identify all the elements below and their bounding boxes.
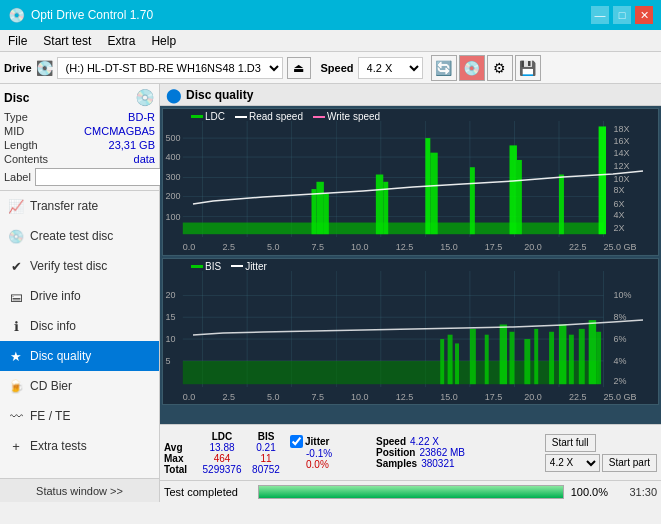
svg-text:14X: 14X <box>613 148 629 158</box>
nav-disc-quality[interactable]: ★ Disc quality <box>0 341 159 371</box>
app-title: Opti Drive Control 1.70 <box>31 8 153 22</box>
extra-tests-icon: + <box>8 438 24 454</box>
jitter-checkbox[interactable] <box>290 435 303 448</box>
disc-length-row: Length 23,31 GB <box>4 139 155 151</box>
nav-create-test-disc-label: Create test disc <box>30 229 113 243</box>
speed-select[interactable]: 4.2 X <box>358 57 423 79</box>
drive-info-icon: 🖴 <box>8 288 24 304</box>
jitter-legend: Jitter <box>231 261 267 272</box>
svg-rect-26 <box>517 160 522 234</box>
svg-text:20.0: 20.0 <box>524 392 542 402</box>
nav-transfer-rate[interactable]: 📈 Transfer rate <box>0 191 159 221</box>
cd-bier-icon: 🍺 <box>8 378 24 394</box>
bis-header: BIS <box>248 431 284 442</box>
drive-icon: 💽 <box>36 60 53 76</box>
stats-header-row: LDC BIS <box>164 431 284 442</box>
nav-fe-te-label: FE / TE <box>30 409 70 423</box>
menu-file[interactable]: File <box>0 32 35 50</box>
drive-select[interactable]: (H:) HL-DT-ST BD-RE WH16NS48 1.D3 <box>57 57 283 79</box>
svg-rect-79 <box>549 331 554 383</box>
disc-quality-header-icon: ⬤ <box>166 87 182 103</box>
ldc-header: LDC <box>198 431 246 442</box>
label-input[interactable] <box>35 168 179 186</box>
disc-quality-header: ⬤ Disc quality <box>160 84 661 106</box>
svg-text:15: 15 <box>165 312 175 322</box>
svg-text:2.5: 2.5 <box>222 392 235 402</box>
svg-text:10.0: 10.0 <box>351 392 369 402</box>
svg-rect-78 <box>534 328 538 383</box>
mid-value: CMCMAGBA5 <box>84 125 155 137</box>
chart2-svg: 0.0 2.5 5.0 7.5 10.0 12.5 15.0 17.5 20.0… <box>163 259 658 405</box>
svg-text:5.0: 5.0 <box>267 242 280 252</box>
verify-disc-icon: ✔ <box>8 258 24 274</box>
svg-rect-80 <box>559 324 566 384</box>
close-button[interactable]: ✕ <box>635 6 653 24</box>
position-value: 23862 MB <box>419 447 465 458</box>
nav-fe-te[interactable]: 〰 FE / TE <box>0 401 159 431</box>
svg-text:6X: 6X <box>613 199 624 209</box>
disc-contents-row: Contents data <box>4 153 155 165</box>
label-label: Label <box>4 171 31 183</box>
nav-items: 📈 Transfer rate 💿 Create test disc ✔ Ver… <box>0 191 159 478</box>
title-bar: 💿 Opti Drive Control 1.70 — □ ✕ <box>0 0 661 30</box>
svg-text:17.5: 17.5 <box>485 242 503 252</box>
nav-verify-test-disc[interactable]: ✔ Verify test disc <box>0 251 159 281</box>
svg-text:10X: 10X <box>613 174 629 184</box>
progress-percent: 100.0% <box>568 486 608 498</box>
progress-bar-row: Test completed 100.0% 31:30 <box>160 480 661 502</box>
disc-type-row: Type BD-R <box>4 111 155 123</box>
svg-text:200: 200 <box>165 191 180 201</box>
svg-text:12.5: 12.5 <box>396 242 414 252</box>
svg-rect-81 <box>569 334 574 383</box>
nav-transfer-rate-label: Transfer rate <box>30 199 98 213</box>
svg-text:10%: 10% <box>613 290 631 300</box>
svg-text:10.0: 10.0 <box>351 242 369 252</box>
nav-cd-bier[interactable]: 🍺 CD Bier <box>0 371 159 401</box>
maximize-button[interactable]: □ <box>613 6 631 24</box>
nav-create-test-disc[interactable]: 💿 Create test disc <box>0 221 159 251</box>
length-label: Length <box>4 139 38 151</box>
start-part-button[interactable]: Start part <box>602 454 657 472</box>
chart1-wrapper: LDC Read speed Write speed <box>162 108 659 256</box>
disc-button[interactable]: 💿 <box>459 55 485 81</box>
stats-table: LDC BIS Avg 13.88 0.21 Max 464 11 Total <box>164 431 284 475</box>
menu-extra[interactable]: Extra <box>99 32 143 50</box>
speed-row: Speed 4.22 X <box>376 436 486 447</box>
speed-dropdown-select[interactable]: 4.2 X <box>545 454 600 472</box>
jitter-section: Jitter -0.1% 0.0% <box>290 435 370 470</box>
chart2-legend: BIS Jitter <box>191 261 267 272</box>
max-jitter: 0.0% <box>306 459 370 470</box>
svg-text:2X: 2X <box>613 223 624 233</box>
svg-rect-76 <box>510 331 515 383</box>
svg-rect-72 <box>455 343 459 384</box>
menu-start-test[interactable]: Start test <box>35 32 99 50</box>
mid-label: MID <box>4 125 24 137</box>
write-speed-legend: Write speed <box>313 111 380 122</box>
svg-text:25.0 GB: 25.0 GB <box>604 242 637 252</box>
samples-value: 380321 <box>421 458 454 469</box>
svg-text:25.0 GB: 25.0 GB <box>604 392 637 402</box>
svg-rect-28 <box>599 126 606 234</box>
settings-button[interactable]: ⚙ <box>487 55 513 81</box>
svg-text:20: 20 <box>165 290 175 300</box>
start-full-button[interactable]: Start full <box>545 434 596 452</box>
status-window-button[interactable]: Status window >> <box>0 478 159 502</box>
nav-disc-info[interactable]: ℹ Disc info <box>0 311 159 341</box>
type-label: Type <box>4 111 28 123</box>
svg-text:12.5: 12.5 <box>396 392 414 402</box>
jitter-header-row: Jitter <box>290 435 370 448</box>
minimize-button[interactable]: — <box>591 6 609 24</box>
disc-label-row: Label 🔍 <box>4 168 155 186</box>
menu-help[interactable]: Help <box>143 32 184 50</box>
refresh-button[interactable]: 🔄 <box>431 55 457 81</box>
nav-verify-test-disc-label: Verify test disc <box>30 259 107 273</box>
title-bar-left: 💿 Opti Drive Control 1.70 <box>8 7 153 23</box>
eject-button[interactable]: ⏏ <box>287 57 311 79</box>
save-button[interactable]: 💾 <box>515 55 541 81</box>
svg-rect-20 <box>376 175 383 235</box>
nav-drive-info[interactable]: 🖴 Drive info <box>0 281 159 311</box>
svg-text:0.0: 0.0 <box>183 392 196 402</box>
nav-drive-info-label: Drive info <box>30 289 81 303</box>
nav-extra-tests[interactable]: + Extra tests <box>0 431 159 461</box>
disc-title: Disc <box>4 91 29 105</box>
